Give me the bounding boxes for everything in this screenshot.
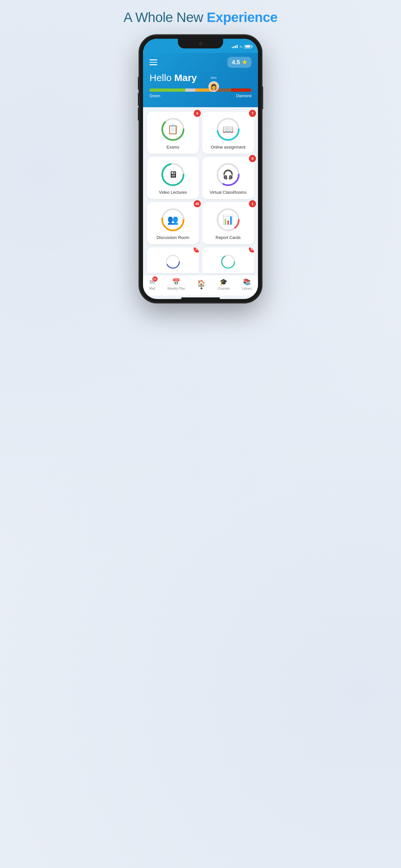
card-badge-report-cards: 1: [249, 200, 256, 207]
wifi-icon: ∿: [239, 44, 243, 49]
circle-icon-video-lectures: 🖥: [161, 162, 185, 187]
avatar-face: 👩: [209, 82, 218, 91]
circle-icon-online-assignment: 📖: [216, 117, 240, 142]
signal-icon: [232, 45, 238, 48]
exams-icon: 📋: [167, 124, 179, 135]
card-badge-discussion-room: 45: [194, 200, 201, 207]
card-grid-row2: 🖥 Video Lectures 8 🎧 Virtual ClassRooms: [147, 157, 254, 199]
progress-label-left: Green: [150, 94, 160, 98]
card-label-exams: Exams: [166, 145, 180, 150]
nav-item-weekly-plan[interactable]: 📅 Weekly Plan: [167, 278, 185, 290]
main-content: 6 📋 Exams 7: [143, 107, 258, 273]
card-badge-online-assignment: 7: [249, 110, 256, 117]
circle-svg-partial-left: [161, 254, 185, 269]
camera-dot: [199, 42, 202, 45]
page-title: A Whole New Experience: [124, 10, 278, 25]
card-grid-row4-partial: 31 13: [147, 247, 254, 273]
circle-icon-virtual-classrooms: 🎧: [216, 162, 240, 187]
card-label-virtual-classrooms: Virtual ClassRooms: [210, 190, 247, 195]
card-video-lectures[interactable]: 🖥 Video Lectures: [147, 157, 199, 199]
card-badge-exams: 6: [194, 110, 201, 117]
greeting-name: Mary: [174, 72, 197, 83]
nav-item-mail[interactable]: ✉ 11 Mail: [149, 278, 155, 290]
report-cards-icon: 📊: [222, 214, 234, 225]
online-assignment-icon: 📖: [222, 124, 234, 135]
virtual-classrooms-icon: 🎧: [222, 169, 234, 180]
header-top: 4.5 ★: [150, 57, 251, 68]
nav-item-courses[interactable]: 🎓 Courses: [218, 278, 229, 290]
nav-item-library[interactable]: 📚 Library: [242, 278, 252, 290]
card-label-report-cards: Report Cards: [216, 235, 241, 240]
battery-icon: [244, 45, 251, 49]
status-icons: ∿: [232, 44, 251, 49]
card-label-discussion-room: Discussion Room: [157, 235, 189, 240]
video-lectures-icon: 🖥: [168, 169, 178, 180]
card-grid-row3: 45 👥 Discussion Room 1: [147, 202, 254, 244]
greeting-plain: Hello: [150, 72, 174, 83]
progress-grey: [185, 89, 196, 92]
card-partial-left[interactable]: 31: [147, 247, 199, 273]
card-badge-partial-right: 13: [249, 247, 254, 252]
progress-green: [150, 89, 185, 92]
home-icon: 🏠: [197, 279, 205, 287]
library-icon: 📚: [243, 278, 251, 286]
nav-label-library: Library: [242, 287, 252, 290]
circle-icon-discussion-room: 👥: [161, 208, 185, 232]
courses-icon: 🎓: [220, 278, 227, 286]
card-online-assignment[interactable]: 7 📖 Online assignment: [202, 112, 254, 154]
card-discussion-room[interactable]: 45 👥 Discussion Room: [147, 202, 199, 244]
phone-screen: ∿ 4.5 ★ Hello Mary 65%: [143, 39, 258, 299]
nav-item-home[interactable]: 🏠: [197, 279, 205, 289]
nav-badge-mail: 11: [152, 276, 158, 282]
progress-red: [231, 89, 251, 92]
status-bar: ∿: [143, 39, 258, 53]
progress-label-right: Diamond: [236, 94, 251, 98]
card-partial-right[interactable]: 13: [202, 247, 254, 273]
nav-label-weekly-plan: Weekly Plan: [167, 287, 185, 290]
card-label-video-lectures: Video Lectures: [159, 190, 187, 195]
rating-badge: 4.5 ★: [227, 57, 251, 68]
home-dot: [201, 287, 203, 289]
rating-value: 4.5: [232, 59, 240, 66]
card-virtual-classrooms[interactable]: 8 🎧 Virtual ClassRooms: [202, 157, 254, 199]
card-grid-row1: 6 📋 Exams 7: [147, 112, 254, 154]
circle-icon-exams: 📋: [161, 117, 185, 142]
card-exams[interactable]: 6 📋 Exams: [147, 112, 199, 154]
notch: [178, 39, 223, 49]
card-label-online-assignment: Online assignment: [211, 145, 246, 150]
phone-frame: ∿ 4.5 ★ Hello Mary 65%: [139, 35, 262, 303]
card-report-cards[interactable]: 1 📊 Report Cards: [202, 202, 254, 244]
card-badge-virtual-classrooms: 8: [249, 155, 256, 162]
progress-percent: 65%: [211, 76, 217, 80]
bottom-nav: ✉ 11 Mail 📅 Weekly Plan 🏠 🎓 Courses: [143, 275, 258, 296]
progress-labels: Green Diamond: [150, 94, 251, 98]
progress-track: [150, 89, 251, 92]
home-indicator: [181, 298, 220, 299]
page-title-highlight: Experience: [207, 10, 277, 25]
circle-svg-partial-right: [216, 254, 240, 269]
circle-icon-report-cards: 📊: [216, 208, 240, 232]
progress-section: 65% 👩 Green Diamond: [150, 89, 251, 101]
star-icon: ★: [242, 59, 247, 66]
greeting: Hello Mary: [150, 72, 251, 83]
discussion-room-icon: 👥: [167, 214, 179, 225]
header: 4.5 ★ Hello Mary 65% 👩: [143, 53, 258, 107]
page-title-plain: A Whole New: [124, 10, 207, 25]
avatar: 👩: [209, 82, 219, 92]
card-badge-partial-left: 31: [194, 247, 199, 252]
nav-label-courses: Courses: [218, 287, 229, 290]
menu-button[interactable]: [150, 59, 157, 65]
nav-label-mail: Mail: [149, 287, 155, 290]
weekly-plan-icon: 📅: [172, 278, 180, 286]
